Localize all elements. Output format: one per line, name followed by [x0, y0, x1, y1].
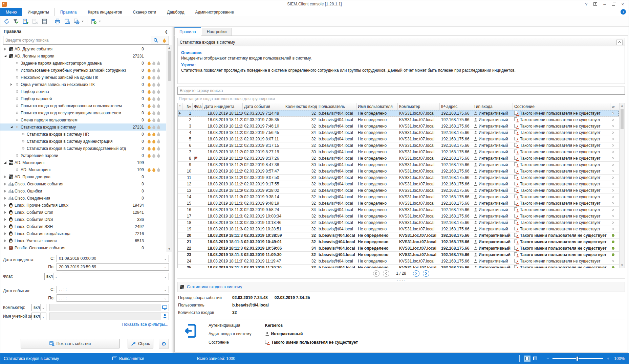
expander-down-icon[interactable]: [2, 55, 8, 57]
nav-tab-правила[interactable]: Правила: [55, 8, 83, 16]
column-header[interactable]: Фла: [193, 103, 203, 110]
incident-row[interactable]: 118.03.2019 18:11:1002.03.2019 7:24:4832…: [178, 110, 619, 117]
incident-row[interactable]: 418.03.2019 18:11:2302.03.2019 7:56:4534…: [178, 130, 619, 136]
expander-right-icon[interactable]: [2, 225, 8, 228]
tree-item[interactable]: Cisco. Соединения0: [0, 195, 166, 202]
column-header[interactable]: Пользователь: [317, 103, 356, 110]
incident-row[interactable]: 618.03.2019 18:11:2302.03.2019 8:17:1532…: [178, 142, 619, 149]
event-date-from-input[interactable]: . . : : ⌄: [57, 286, 169, 293]
first-page-button[interactable]: [373, 270, 379, 277]
grid-view-icon[interactable]: [524, 356, 530, 362]
computer-input[interactable]: [49, 304, 161, 311]
column-header[interactable]: Количество вход: [284, 103, 317, 110]
card-view-icon[interactable]: [40, 17, 48, 25]
tree-item[interactable]: Linux. События DNS336: [0, 216, 166, 223]
tree-item[interactable]: Подбор паролей0: [0, 95, 166, 102]
tree-item[interactable]: Postfix. Основные события0: [0, 244, 166, 251]
incident-row[interactable]: 2518.03.2019 18:11:4802.03.2019 11:30:10…: [178, 265, 619, 268]
nav-tab-инциденты[interactable]: Инциденты: [22, 8, 54, 16]
last-page-button[interactable]: [423, 270, 429, 277]
collapse-left-panel-icon[interactable]: ❮: [165, 29, 168, 34]
dropdown-caret-icon[interactable]: [99, 21, 101, 22]
tree-item[interactable]: Статистика входов в систему производстве…: [0, 145, 166, 152]
tree-item[interactable]: Смена пароля пользователем0: [0, 116, 166, 123]
expander-right-icon[interactable]: [2, 218, 8, 221]
tree-item[interactable]: Одна учетная запись на нескольких ПК0: [0, 81, 166, 88]
refresh-icon[interactable]: [2, 17, 10, 25]
incident-row[interactable]: 918.03.2019 18:11:2602.03.2019 8:47:3830…: [178, 162, 619, 168]
tree-item[interactable]: Использование служебных учетных записей …: [0, 67, 166, 74]
incident-row[interactable]: 2018.03.2019 18:11:3402.03.2019 10:38:59…: [178, 232, 619, 239]
column-header[interactable]: Дата инцидента: [203, 103, 243, 110]
tree-item[interactable]: Подбор логина0: [0, 88, 166, 95]
expander-right-icon[interactable]: [8, 83, 14, 86]
tree-item[interactable]: Несколько учетных записей на одном ПК0: [0, 74, 166, 81]
incident-row[interactable]: 1918.03.2019 18:11:3402.03.2019 10:28:51…: [178, 226, 619, 232]
column-header[interactable]: Имя пользователя: [356, 103, 398, 110]
filter-check-icon[interactable]: [12, 17, 20, 25]
tab-rules[interactable]: Правила: [174, 27, 201, 36]
horizontal-splitter[interactable]: ·····: [177, 278, 625, 282]
incident-row[interactable]: 1118.03.2019 18:11:2902.03.2019 9:07:503…: [178, 175, 619, 181]
expander-right-icon[interactable]: [2, 190, 8, 192]
incident-date-to-input[interactable]: 20.09.2019 23:59:59 ⌄: [57, 263, 169, 271]
incident-row[interactable]: 1318.03.2019 18:11:3002.03.2019 9:28:023…: [178, 187, 619, 194]
computer-mode-select[interactable]: вкл.⌄: [31, 304, 46, 311]
flag-check-icon[interactable]: [90, 17, 98, 25]
pin-window-icon[interactable]: [593, 2, 597, 6]
incident-date-from-input[interactable]: 01.09.2018 00:00:00 ⌄: [57, 255, 169, 262]
tree-item[interactable]: ADAD. Другие события0: [0, 45, 166, 52]
account-mode-select[interactable]: вкл.⌄: [31, 313, 46, 320]
incident-row[interactable]: 718.03.2019 18:11:2602.03.2019 8:27:1930…: [178, 149, 619, 155]
column-header[interactable]: ∞: [610, 103, 619, 110]
column-header[interactable]: №: [182, 103, 193, 110]
account-picker-icon[interactable]: [161, 313, 169, 320]
incident-row[interactable]: 218.03.2019 18:11:2202.03.2019 7:35:3532…: [178, 117, 619, 123]
tab-settings[interactable]: Настройки: [202, 28, 232, 36]
nav-tab-сканер-сети[interactable]: Сканер сети: [128, 8, 162, 16]
incident-row[interactable]: 1618.03.2019 18:11:3202.03.2019 9:58:243…: [178, 207, 619, 213]
tree-item[interactable]: Статистика входов в систему27231: [0, 123, 166, 131]
column-header[interactable]: *: [178, 103, 182, 110]
expander-right-icon[interactable]: [2, 48, 8, 50]
incident-row[interactable]: 2218.03.2019 18:11:3602.03.2019 10:59:06…: [178, 245, 619, 252]
show-events-button[interactable]: Показать события: [21, 339, 120, 348]
expander-right-icon[interactable]: [2, 247, 8, 249]
expander-right-icon[interactable]: [2, 232, 8, 235]
dropdown-icon[interactable]: ⌄: [162, 286, 169, 293]
column-header[interactable]: Состояние: [513, 103, 610, 110]
column-header[interactable]: Тип входа: [472, 103, 513, 110]
incident-row[interactable]: 318.03.2019 18:11:2302.03.2019 7:46:1032…: [178, 123, 619, 130]
tree-item[interactable]: Устаревшие пароли0: [0, 152, 166, 159]
tree-item[interactable]: ADAD. Мониторинг199: [0, 159, 166, 166]
zoom-slider[interactable]: [552, 358, 603, 359]
flame-filter-icon[interactable]: [160, 36, 169, 44]
event-date-to-input[interactable]: . . : : ⌄: [57, 294, 169, 302]
zoom-in-icon[interactable]: +: [607, 356, 609, 361]
incident-row[interactable]: 818.03.2019 18:11:2602.03.2019 8:37:2632…: [178, 155, 619, 162]
expander-right-icon[interactable]: [2, 204, 8, 207]
incident-row[interactable]: 1218.03.2019 18:11:2902.03.2019 9:17:553…: [178, 181, 619, 187]
incident-row[interactable]: 2118.03.2019 18:11:3402.03.2019 10:49:01…: [178, 239, 619, 245]
dropdown-icon[interactable]: ⌄: [162, 273, 169, 280]
tree-item[interactable]: ADAD. Логины и пароли27231: [0, 52, 166, 60]
expander-right-icon[interactable]: [2, 240, 8, 242]
tree-item[interactable]: Cisco. Ошибки0: [0, 187, 166, 195]
tree-item[interactable]: Попытка входа под несуществующим пользов…: [0, 109, 166, 116]
add-rule-icon[interactable]: [21, 17, 29, 25]
computer-picker-icon[interactable]: [161, 304, 169, 311]
expander-down-icon[interactable]: [8, 126, 14, 128]
nav-tab-карта-инцидентов[interactable]: Карта инцидентов: [82, 8, 127, 16]
tree-item[interactable]: AD. Мониторинг199: [0, 166, 166, 173]
incidents-search-input[interactable]: Введите строку поиска: [177, 87, 625, 95]
expander-right-icon[interactable]: [2, 211, 8, 214]
rules-search-input[interactable]: [3, 36, 151, 44]
tree-item[interactable]: Статистика входов в систему HR0: [0, 131, 166, 138]
tree-item[interactable]: Linux. События SSH2492: [0, 223, 166, 230]
nav-tab-меню[interactable]: Меню: [0, 8, 22, 16]
incident-row[interactable]: 2418.03.2019 18:11:3702.03.2019 11:19:47…: [178, 258, 619, 265]
incident-row[interactable]: 2318.03.2019 18:11:3602.03.2019 11:09:30…: [178, 252, 619, 258]
tree-item[interactable]: Cisco. Основные события0: [0, 180, 166, 187]
tree-item[interactable]: Linux. События Cron12841: [0, 209, 166, 216]
expander-down-icon[interactable]: [2, 161, 8, 164]
